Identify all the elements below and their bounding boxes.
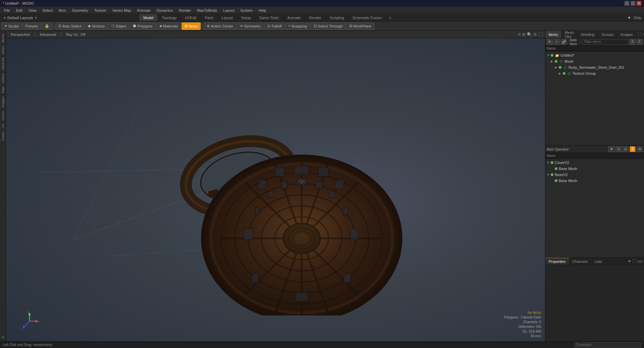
expand-right-icon[interactable]: ⛶ — [638, 32, 641, 37]
edges-button[interactable]: ⬡ Edges — [108, 22, 129, 30]
tab-uvedit[interactable]: UVEdit — [181, 14, 201, 21]
preset-lock-button[interactable]: 🔒 — [42, 22, 52, 30]
op-toggle-3[interactable]: S — [630, 146, 636, 152]
left-arrow-icon[interactable]: ◄ — [627, 259, 631, 264]
tab-paint[interactable]: Paint — [201, 14, 218, 21]
tab-setup[interactable]: Setup — [237, 14, 255, 21]
viewport-canvas[interactable]: X Y Z No Items Polygons : Catmull-Clark … — [6, 38, 545, 341]
menu-texture[interactable]: Texture — [92, 8, 109, 13]
op-toggle-2[interactable]: ⊡ — [623, 146, 629, 152]
perspective-button[interactable]: Perspective — [9, 32, 32, 37]
auto-select-button[interactable]: ⊡ Auto Select — [55, 22, 84, 30]
items-button[interactable]: ⊞ Items — [182, 22, 201, 30]
viewport[interactable]: Perspective Advanced Ray GL: Off ↺ ⊞ 🔍 ⚙… — [6, 31, 545, 341]
settings-icon[interactable]: ⚙ — [533, 32, 537, 37]
menu-view[interactable]: View — [26, 8, 39, 13]
tab-channels[interactable]: Channels — [569, 258, 591, 265]
sidebar-tab-polygon[interactable]: Polygon — [1, 95, 5, 109]
sidebar-tab-extra[interactable]: ⊡ — [1, 335, 5, 340]
menu-geometry[interactable]: Geometry — [69, 8, 91, 13]
op-item-basemesh2[interactable]: Base Mesh — [549, 178, 644, 184]
reset-view-icon[interactable]: ↺ — [517, 32, 521, 37]
add-tab-button[interactable]: + — [386, 15, 394, 20]
expand-basev2[interactable]: ▼ — [547, 173, 551, 176]
maximize-icon[interactable]: ⛶ — [538, 32, 542, 37]
menu-item[interactable]: Item — [56, 8, 68, 13]
sidebar-tab-uv[interactable]: UV — [1, 122, 5, 129]
filter-settings-btn[interactable]: F — [637, 39, 643, 45]
minimize-button[interactable]: ─ — [625, 1, 629, 6]
tree-item-mesh[interactable]: ▶ ⬡ Mesh — [549, 58, 644, 64]
tree-item-untitled[interactable]: ▼ 📁 Untitled* — [545, 52, 644, 58]
polygons-button[interactable]: ⬢ Polygons — [130, 22, 155, 30]
filter-items-input[interactable] — [583, 39, 629, 45]
menu-select[interactable]: Select — [40, 8, 55, 13]
sidebar-tab-blocks[interactable]: Blocks — [1, 32, 5, 44]
snapping-button[interactable]: ⌖ Snapping — [285, 22, 310, 30]
menu-help[interactable]: Help — [256, 8, 269, 13]
link-icon[interactable]: 🔗 — [561, 39, 567, 45]
visibility-toggle[interactable]: 👁 — [547, 39, 553, 45]
sidebar-tab-edge[interactable]: Edge — [1, 85, 5, 95]
tab-animate[interactable]: Animate — [283, 14, 305, 21]
workplane-button[interactable]: ⊟ WorkPlane — [346, 22, 375, 30]
tab-game-tools[interactable]: Game Tools — [255, 14, 283, 21]
tab-lists[interactable]: Lists — [591, 258, 606, 265]
layout-dropdown[interactable]: ▼ — [34, 16, 37, 19]
menu-system[interactable]: System — [238, 8, 255, 13]
advanced-button[interactable]: Advanced — [38, 32, 58, 37]
menu-animate[interactable]: Animate — [134, 8, 153, 13]
action-center-button[interactable]: ⊕ Action Center — [204, 22, 236, 30]
zoom-in-icon[interactable]: 🔍 — [527, 32, 532, 37]
sidebar-tab-meshed[interactable]: Mesh Ed — [1, 56, 5, 71]
op-toggle-1[interactable]: ⊡ — [615, 146, 622, 152]
menu-file[interactable]: File — [1, 8, 13, 13]
symmetry-button[interactable]: ⇔ Symmetry — [237, 22, 264, 30]
filter-down-btn[interactable]: S — [630, 39, 636, 45]
tab-model[interactable]: Model — [139, 14, 158, 21]
bottom-right-right-arrow[interactable]: >> — [637, 259, 643, 264]
sidebar-tab-fusion[interactable]: Fusion — [1, 130, 5, 142]
tab-schematic[interactable]: Schematic Fusion — [348, 14, 386, 21]
expand-rusty[interactable]: ▶ — [555, 66, 559, 69]
sculpt-button[interactable]: ✦ Sculpt — [1, 22, 22, 30]
select-through-button[interactable]: ⊡ Select Through — [311, 22, 346, 30]
expand-coverv2[interactable]: ▼ — [547, 161, 551, 164]
tab-render[interactable]: Render — [305, 14, 326, 21]
tab-mesh-ops[interactable]: Mesh Ops — [561, 31, 578, 38]
layout-prev[interactable]: ◄ — [3, 16, 6, 19]
sidebar-tab-vertex[interactable]: Vertex — [1, 45, 5, 56]
tab-groups[interactable]: Groups — [598, 31, 617, 38]
close-right-icon[interactable]: ✕ — [643, 32, 644, 37]
materials-button[interactable]: ◈ Materials — [156, 22, 181, 30]
sidebar-tab-curves[interactable]: Curves — [1, 110, 5, 122]
menu-dynamics[interactable]: Dynamics — [154, 8, 176, 13]
add-item-btn[interactable]: + — [554, 39, 560, 45]
layout-name[interactable]: Default Layouts — [7, 16, 33, 20]
op-item-coverv2[interactable]: ▼ CoverV2 — [545, 160, 644, 166]
add-operator-dropdown[interactable]: ▼ — [608, 146, 614, 152]
tab-properties[interactable]: Properties — [545, 258, 569, 265]
tab-scripting[interactable]: Scripting — [326, 14, 348, 21]
op-item-basev2[interactable]: ▼ BaseV2 — [545, 172, 644, 178]
tab-topology[interactable]: Topology — [158, 14, 181, 21]
menu-layout[interactable]: Layout — [220, 8, 237, 13]
tab-shading[interactable]: Shading — [578, 31, 598, 38]
op-settings[interactable]: ⚙ — [637, 146, 643, 152]
expand-untitled[interactable]: ▼ — [547, 54, 551, 57]
vertices-button[interactable]: ◆ Vertices — [85, 22, 108, 30]
expand-mesh[interactable]: ▶ — [551, 60, 555, 63]
menu-edit[interactable]: Edit — [13, 8, 25, 13]
tree-item-texture[interactable]: ▶ ⬡ Texture Group — [557, 70, 644, 76]
expand-icon[interactable]: ⛶ — [632, 259, 636, 264]
menu-maxtomodo[interactable]: MaxToModo — [194, 8, 220, 13]
expand-texture[interactable]: ▶ — [559, 72, 563, 75]
tab-layout[interactable]: Layout — [218, 14, 237, 21]
zoom-fit-icon[interactable]: ⊞ — [522, 32, 526, 37]
falloff-button[interactable]: ◎ Falloff — [264, 22, 285, 30]
op-item-basemesh1[interactable]: Base Mesh — [549, 166, 644, 172]
menu-render[interactable]: Render — [176, 8, 194, 13]
tree-item-rusty[interactable]: ▶ ⬡ Rusty_Stormwater_Street_Drain_001 — [553, 64, 644, 70]
menu-vertex-map[interactable]: Vertex Map — [110, 8, 134, 13]
tab-images[interactable]: Images — [617, 31, 636, 38]
